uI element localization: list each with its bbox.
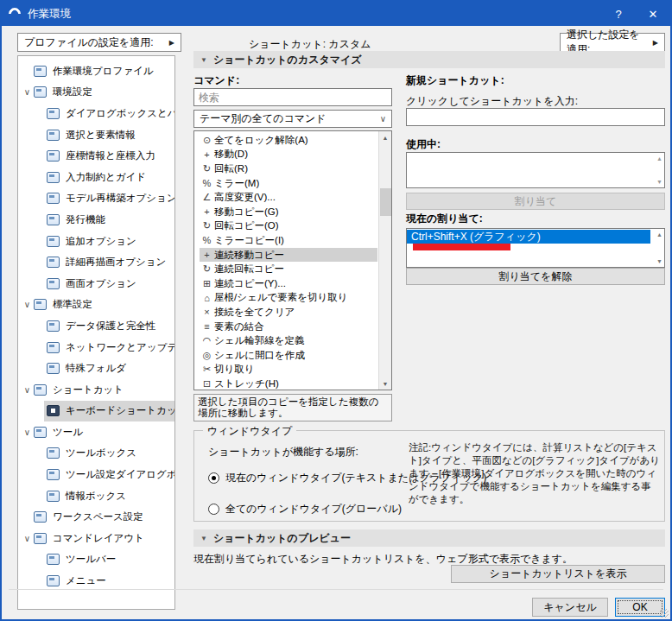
sidebar-item-additional-options[interactable]: 追加オプション xyxy=(18,231,174,252)
sidebar-item-tool-settings-dialog[interactable]: ツール設定ダイアログボックス xyxy=(18,464,174,485)
command-filter-dropdown[interactable]: テーマ別の全てのコマンド ∨ xyxy=(193,110,392,128)
command-label: 回転(R) xyxy=(214,162,248,175)
help-button[interactable]: ? xyxy=(601,2,636,26)
workspace-settings-icon xyxy=(34,511,47,523)
command-item[interactable]: ⌂屋根/シェルで要素を切り取り xyxy=(200,291,391,306)
sidebar-item-dialog-boxes-palettes[interactable]: ダイアログボックスとパレット xyxy=(18,103,174,124)
command-label: 回転コピー(O) xyxy=(214,219,279,232)
sidebar-item-shortcut[interactable]: ∨ショートカット xyxy=(18,379,174,401)
in-use-listbox[interactable]: ▲ ▼ xyxy=(406,152,665,188)
command-list-scrollbar[interactable]: ▲ ▼ xyxy=(378,131,391,390)
show-shortcut-list-button[interactable]: ショートカットリストを表示 xyxy=(451,565,665,583)
scroll-up-icon[interactable]: ▲ xyxy=(656,231,662,238)
scroll-down-icon[interactable]: ▼ xyxy=(656,258,662,264)
window-type-group: ウィンドウタイプ ショートカットが機能する場所: 現在のウィンドウタイプ(テキス… xyxy=(193,430,665,522)
annotation-red-underline xyxy=(413,244,510,250)
click-to-enter-label: クリックしてショートカットを入力: xyxy=(406,94,578,109)
radio-all-window-types[interactable]: 全てのウィンドウタイプ(グローバル) xyxy=(208,502,402,516)
command-item[interactable]: ✂切り取り xyxy=(200,363,391,377)
sidebar-item-network-update[interactable]: ネットワークとアップデート xyxy=(18,337,174,358)
sidebar-item-label: 情報ボックス xyxy=(66,490,126,503)
sidebar-item-data-protection-integrity[interactable]: データ保護と完全性 xyxy=(18,315,174,337)
sidebar-item-screen-options[interactable]: 画面オプション xyxy=(18,273,174,295)
command-item[interactable]: +移動コピー(G) xyxy=(200,205,391,219)
sidebar-item-model-rebuild-options[interactable]: モデル再構築オプション xyxy=(18,188,174,210)
multiply-icon: ⊞ xyxy=(200,278,214,289)
sidebar-item-special-folders[interactable]: 特殊フォルダ xyxy=(18,358,174,379)
cancel-button[interactable]: キャンセル xyxy=(532,598,608,617)
input-constraints-guides-icon xyxy=(47,172,60,183)
menu-icon xyxy=(47,575,60,586)
command-item[interactable]: ↻回転コピー(O) xyxy=(200,219,391,234)
menu-arrow-icon: ▶ xyxy=(169,39,174,47)
environment-settings-icon xyxy=(34,86,47,98)
scroll-up-icon[interactable]: ▲ xyxy=(656,155,662,162)
stretch-icon: ⊡ xyxy=(200,378,214,390)
sidebar-item-keyboard-shortcut[interactable]: キーボードショートカット xyxy=(18,401,174,422)
work-environment-profile-icon xyxy=(34,66,47,77)
sidebar-item-publish-functions[interactable]: 発行機能 xyxy=(18,209,174,231)
chevron-expanded-icon[interactable]: ∨ xyxy=(21,428,34,437)
shortcut-capture-input[interactable] xyxy=(406,108,665,126)
window-type-note: 注記:ウィンドウタイプには、計算リストなどの[テキスト]タイプと、平面図などの[… xyxy=(409,441,661,506)
sidebar-item-environment-settings[interactable]: ∨環境設定 xyxy=(18,82,174,104)
command-item[interactable]: ↻連続回転コピー xyxy=(200,262,391,276)
sidebar-item-standard-settings[interactable]: ∨標準設定 xyxy=(18,295,174,316)
command-item[interactable]: +連続移動コピー xyxy=(200,248,377,263)
command-item[interactable]: ×接続を全てクリア xyxy=(200,305,391,320)
shortcut-icon xyxy=(34,384,47,396)
sidebar-item-toolbar[interactable]: ツールバー xyxy=(18,549,174,571)
command-item[interactable]: %ミラーコピー(I) xyxy=(200,233,391,248)
scrollbar-thumb[interactable] xyxy=(380,188,391,216)
sidebar-item-workspace-settings[interactable]: ワークスペース設定 xyxy=(18,506,174,528)
command-item[interactable]: ∠高度変更(V)... xyxy=(200,190,391,205)
command-label: 屋根/シェルで要素を切り取り xyxy=(214,291,348,304)
close-button[interactable]: ✕ xyxy=(636,2,670,26)
sidebar-item-coordinate-info-input[interactable]: 座標情報と座標入力 xyxy=(18,145,174,167)
command-item[interactable]: ⊡ストレッチ(H) xyxy=(200,377,391,390)
ok-button[interactable]: OK xyxy=(615,598,665,617)
shortcut-scope-label: ショートカットが機能する場所: xyxy=(208,445,358,459)
command-label: シェル輪郭線を定義 xyxy=(214,334,305,347)
command-item[interactable]: ↻回転(R) xyxy=(200,162,391,176)
sidebar-item-input-constraints-guides[interactable]: 入力制約とガイド xyxy=(18,167,174,188)
sidebar-item-selection-element-info[interactable]: 選択と要素情報 xyxy=(18,124,174,146)
dialog-boxes-palettes-icon xyxy=(47,108,60,119)
scroll-down-icon[interactable]: ▼ xyxy=(656,179,662,185)
command-search-input[interactable] xyxy=(193,88,392,106)
sidebar-item-toolbox[interactable]: ツールボックス xyxy=(18,443,174,465)
command-label: 連続回転コピー xyxy=(214,263,284,276)
sidebar-item-label: メニュー xyxy=(66,574,106,587)
sidebar-item-tools[interactable]: ∨ツール xyxy=(18,421,174,443)
command-item[interactable]: ≡要素の結合 xyxy=(200,320,391,334)
section-customize-shortcuts[interactable]: ▼ ショートカットのカスタマイズ xyxy=(193,51,665,68)
chevron-expanded-icon[interactable]: ∨ xyxy=(21,300,34,309)
sidebar-item-label: 画面オプション xyxy=(66,277,136,290)
release-assignment-button[interactable]: 割り当てを解除 xyxy=(406,268,665,285)
sidebar-item-label: 標準設定 xyxy=(53,298,92,311)
command-item[interactable]: ⊞連続コピー(Y)... xyxy=(200,276,391,291)
scroll-down-icon[interactable]: ▼ xyxy=(379,377,391,390)
apply-profile-settings-button[interactable]: プロファイルの設定を適用: ▶ xyxy=(17,33,181,52)
command-item[interactable]: %ミラー(M) xyxy=(200,176,391,191)
sidebar-item-info-box[interactable]: 情報ボックス xyxy=(18,485,174,507)
current-assignment-label: 現在の割り当て: xyxy=(406,212,483,226)
current-assignment-item[interactable]: Ctrl+Shift+X (グラフィック) xyxy=(407,230,650,244)
assign-button[interactable]: 割り当て xyxy=(406,193,665,210)
collapse-triangle-icon: ▼ xyxy=(200,56,207,64)
command-item[interactable]: ◠シェル輪郭線を定義 xyxy=(200,333,391,348)
command-item[interactable]: ⊙全てをロック解除(A) xyxy=(200,133,391,148)
sidebar-item-work-environment-profile[interactable]: 作業環境プロファイル xyxy=(18,60,174,82)
sidebar-item-detail-redraw-options[interactable]: 詳細再描画オプション xyxy=(18,251,174,273)
command-item[interactable]: +移動(D) xyxy=(200,148,391,162)
chevron-expanded-icon[interactable]: ∨ xyxy=(21,534,34,543)
resize-grip[interactable] xyxy=(660,609,669,618)
command-item[interactable]: ◎シェルに開口を作成 xyxy=(200,348,391,363)
section-shortcut-preview[interactable]: ▼ ショートカットのプレビュー xyxy=(193,529,665,547)
apply-selected-settings-button[interactable]: 選択した設定を適用: ▶ xyxy=(560,33,665,52)
chevron-expanded-icon[interactable]: ∨ xyxy=(21,87,34,97)
scroll-up-icon[interactable]: ▲ xyxy=(379,131,391,143)
chevron-expanded-icon[interactable]: ∨ xyxy=(21,385,34,395)
sidebar-item-command-layout[interactable]: ∨コマンドレイアウト xyxy=(18,528,174,549)
command-label: 移動(D) xyxy=(214,148,248,161)
